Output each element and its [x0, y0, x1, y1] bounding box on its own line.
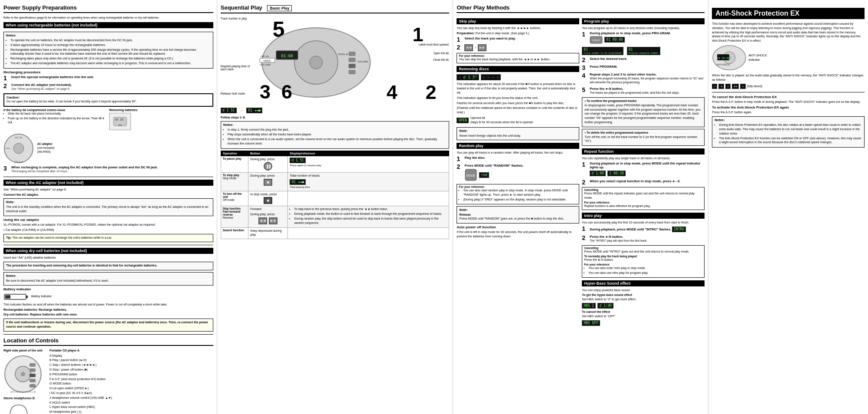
anti-shock-title: Anti-Shock Protection EX [712, 8, 865, 19]
label-release: Release hold mode [221, 92, 245, 95]
hbs-display-1: d 1:00 [597, 303, 613, 309]
prog-step-1: 1 During playback or in stop mode, press… [582, 31, 705, 45]
prog-step-4: 4 Repeat steps 2 and 3 to select other t… [582, 72, 705, 85]
player-diagram-area: Right side panel of the unit A B C D E F… [3, 348, 47, 414]
pause-button-icon: ▐▐ [264, 162, 272, 171]
battery-lid-section: If the battery lid compartment comes loo… [3, 108, 108, 131]
random-play-heading: Random play [457, 143, 579, 149]
anti-shock-layout: This function has been developed to achi… [712, 22, 865, 149]
basic-play-badge: Basic Play [267, 5, 292, 11]
repeat-step-1: 1 During playback or in stop mode, press… [582, 161, 705, 177]
power-supply-title: Power Supply Preparations [3, 4, 213, 13]
svg-text:01 10:30: 01 10:30 [717, 56, 730, 59]
rand-step-2: 2 Press MODE until "RANDOM" flashes. MOD… [457, 164, 579, 182]
dry-procedure-note: The procedure for inserting and removing… [3, 262, 213, 270]
prog-step-5: 5 Press the ►/II button. The tracks are … [582, 87, 705, 95]
controls-layout: Right side panel of the unit A B C D E F… [3, 348, 213, 414]
op-row-stop: To stop play Stop mode During play: pres… [221, 173, 449, 191]
svg-text:3: 3 [260, 81, 271, 99]
hyper-bass-heading: Hyper-Bass Sound effect [582, 280, 705, 286]
svg-text:DC IN: DC IN [15, 136, 22, 139]
controls-list: A Display B Play / pause button (►/II) C… [49, 354, 213, 414]
cancel-anti-shock-heading: To cancel the Anti-Shock Protection EX [712, 95, 865, 99]
svg-rect-30 [349, 52, 356, 56]
malfunction-tip: If the unit malfunctions or freezes duri… [3, 319, 213, 332]
dry-cell-heading: When using dry-cell batteries (not inclu… [3, 248, 213, 254]
repeat-display-1: d 1:00 [590, 171, 606, 176]
remove-note: Note: Never insert foreign objects into … [457, 127, 579, 141]
svg-text:AA: AA [118, 124, 122, 126]
page-container: Power Supply Preparations Refer to the s… [0, 0, 868, 414]
dry-notes: Notes: Be sure to disconnect the AC adap… [3, 272, 213, 286]
op-row-skip: Skip function Fast forward/reverse Rever… [221, 206, 449, 227]
skip-fwd-btn[interactable]: ►► [478, 44, 486, 51]
svg-rect-33 [349, 70, 356, 74]
using-car-adaptor-heading: Using the car adaptor [3, 218, 213, 222]
skip-step-1: 1 Select the track you want to play. [457, 36, 579, 43]
svg-text:6: 6 [281, 81, 292, 99]
op-row-off: To turn off the unit Off mode In stop mo… [221, 191, 449, 206]
operation-table: Operation Button Display/reference To pa… [221, 151, 450, 240]
column-2: Sequential Play Basic Play 5 HOLD [217, 0, 454, 414]
label-face: Label must face upward. [419, 43, 450, 46]
svg-text:4.5V ⊕●⊖: 4.5V ⊕●⊖ [14, 161, 24, 163]
intro-play-heading: Intro play [582, 213, 705, 219]
svg-rect-32 [349, 64, 356, 68]
indicator-states: → ◄ → ◄◄ → (fully stored) [712, 83, 865, 89]
prog-display-1: 01 00:00 [604, 37, 625, 43]
battery-indicator-graphic: Battery indicator [3, 292, 213, 301]
anti-shock-player: 01 10:30 ANTI SHOCK [712, 45, 747, 72]
location-controls-title: Location of Controls [3, 337, 213, 346]
display-sample-1: d 1 5C [221, 108, 237, 113]
display-sample-2: 01 ◄◄● [246, 108, 262, 113]
removing-discs-heading: Removing discs [457, 66, 579, 72]
removing-batteries-section: Removing batteries AA [109, 108, 213, 131]
prog-display-2: 01Track number to be programmed [582, 47, 623, 55]
sequential-play-title: Sequential Play Basic Play [221, 4, 450, 13]
follow-steps-notes: Notes: In step 1, firmly connect the plu… [221, 121, 450, 148]
off-button-icon: ■ [264, 197, 272, 204]
svg-rect-31 [349, 58, 356, 62]
svg-rect-15 [29, 363, 36, 367]
rand-step-1: 1 Play the disc. [457, 156, 579, 162]
column-1: Power Supply Preparations Refer to the s… [0, 0, 217, 414]
right-play-methods: Program play You can program up to 20 tr… [582, 16, 705, 327]
svg-text:OFF ON: OFF ON [261, 55, 269, 58]
rechargeable-notes-list: To operate the unit on batteries, the AC… [6, 38, 211, 66]
skip-back-btn[interactable]: ◄◄ [464, 44, 473, 51]
repeat-step-2: 2 When you select repeat function in sto… [582, 179, 705, 185]
intro-display: INTRO [672, 227, 686, 232]
svg-point-14 [21, 372, 25, 376]
skip-back-icon: ◄◄ [258, 217, 267, 224]
label-close-lid: Close the lid. [433, 58, 450, 61]
label-open-lid: Open the lid. [434, 52, 450, 55]
recharging-heading: Recharging procedure [3, 70, 213, 74]
svg-text:PROG: PROG [593, 39, 600, 42]
intro-step-1: 1 During playback, press MODE until "INT… [582, 226, 705, 233]
intro-step-2: 2 Press the ►/II button. The "INTRO" pla… [582, 235, 705, 243]
svg-rect-11 [5, 295, 10, 299]
hbs-display-on: HBS 2 [582, 303, 596, 309]
battery-diagram: AA [109, 113, 131, 130]
player-diagram-large: A B C D E F G H I J K L M [3, 355, 42, 394]
svg-point-5 [13, 143, 24, 154]
svg-text:VOLUME: VOLUME [357, 60, 368, 63]
rechargeable-notes: Notes: To operate the unit on batteries,… [3, 32, 213, 69]
step-3: 3 When recharging is complete, unplug th… [3, 165, 213, 174]
prog-delete-note: • To delete the entire programmed sequen… [582, 129, 705, 146]
prog-step-2: 2 Select the desired track. [582, 57, 705, 63]
lid-display-2: - - - - [481, 74, 501, 80]
prog-step-3: 3 Press PROGRAM. [582, 65, 705, 71]
program-play-heading: Program play [582, 18, 705, 24]
random-display: rnd [479, 172, 489, 178]
op-col-button: Button [248, 151, 288, 156]
repeat-heading: Repeat function [582, 148, 705, 154]
svg-text:A B C D E F G H I J K L M: A B C D E F G H I J K L M [10, 391, 36, 393]
cd-player-graphic: HOLD 01:00 VOLUME OPEN ► OFF ON [255, 26, 377, 100]
stop-button-icon: ■ [264, 179, 272, 186]
skip-fwd-icon: ►► [269, 217, 277, 224]
op-row-search: Search function Keep depressed during pl… [221, 227, 449, 239]
skip-play-heading: Skip play [457, 18, 579, 24]
repeat-cancel-ref: Cancelling Press MODE until the repeat i… [582, 187, 705, 210]
cd-diagram-area: 5 HOLD 01:00 [221, 17, 450, 104]
